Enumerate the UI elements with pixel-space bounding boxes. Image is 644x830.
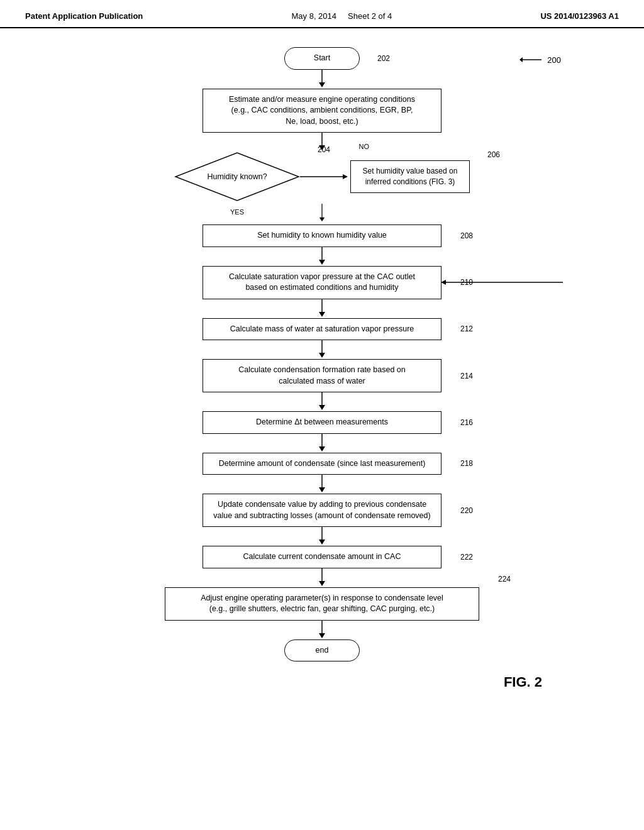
step-206-label: 206 (487, 150, 500, 159)
node-210: Calculate saturation vapor pressure at t… (203, 266, 441, 299)
step-220-label: 220 (460, 506, 473, 515)
step-204-label: 204 (318, 145, 330, 154)
node-224: Adjust engine operating parameter(s) in … (165, 587, 479, 621)
node-208: Set humidity to known humidity value (203, 224, 441, 247)
step-202-label: 202 (377, 54, 390, 63)
step-208-label: 208 (460, 231, 473, 240)
no-label: NO (359, 143, 370, 150)
svg-marker-28 (319, 581, 325, 586)
node-204-diamond: Humidity known? (174, 152, 300, 202)
svg-marker-18 (319, 353, 325, 358)
step-214-label: 214 (460, 372, 473, 380)
node-212: Calculate mass of water at saturation va… (203, 318, 441, 341)
header-center: May 8, 2014 Sheet 2 of 4 (292, 11, 392, 21)
start-node: Start (284, 47, 360, 70)
svg-marker-26 (319, 540, 325, 545)
step-216-label: 216 (460, 418, 473, 427)
main-content: 200 Start 202 Estimate a (0, 28, 644, 709)
step-224-label: 224 (498, 575, 511, 584)
svg-marker-16 (319, 312, 325, 317)
svg-marker-10 (319, 218, 325, 222)
header-sheet: Sheet 2 of 4 (348, 11, 392, 21)
node-222: Calculate current condensate amount in C… (203, 546, 441, 568)
svg-marker-14 (441, 280, 446, 285)
node-206: Set humidity value based on inferred con… (350, 160, 470, 193)
figure-label: FIG. 2 (504, 674, 542, 690)
step-212-label: 212 (460, 324, 473, 333)
step-222-label: 222 (460, 553, 473, 562)
svg-marker-22 (319, 446, 325, 451)
header-left: Patent Application Publication (25, 11, 143, 21)
header-right: US 2014/0123963 A1 (540, 11, 619, 21)
svg-marker-20 (319, 405, 325, 410)
step-218-label: 218 (460, 459, 473, 468)
svg-marker-30 (319, 633, 325, 638)
node-220: Update condensate value by adding to pre… (203, 494, 441, 527)
page-header: Patent Application Publication May 8, 20… (0, 0, 644, 28)
svg-marker-8 (343, 174, 348, 179)
yes-label: YES (230, 208, 244, 216)
flowchart: Start 202 Estimate and/or measure engine… (102, 47, 542, 661)
svg-marker-3 (319, 82, 325, 87)
svg-marker-24 (319, 487, 325, 492)
node-216: Determine Δt between measurements (203, 411, 441, 434)
node-202: Estimate and/or measure engine operating… (203, 89, 441, 133)
svg-marker-12 (319, 260, 325, 265)
node-218: Determine amount of condensate (since la… (203, 453, 441, 475)
end-node: end (284, 639, 360, 662)
node-214: Calculate condensation formation rate ba… (203, 359, 441, 392)
header-date: May 8, 2014 (292, 11, 337, 21)
